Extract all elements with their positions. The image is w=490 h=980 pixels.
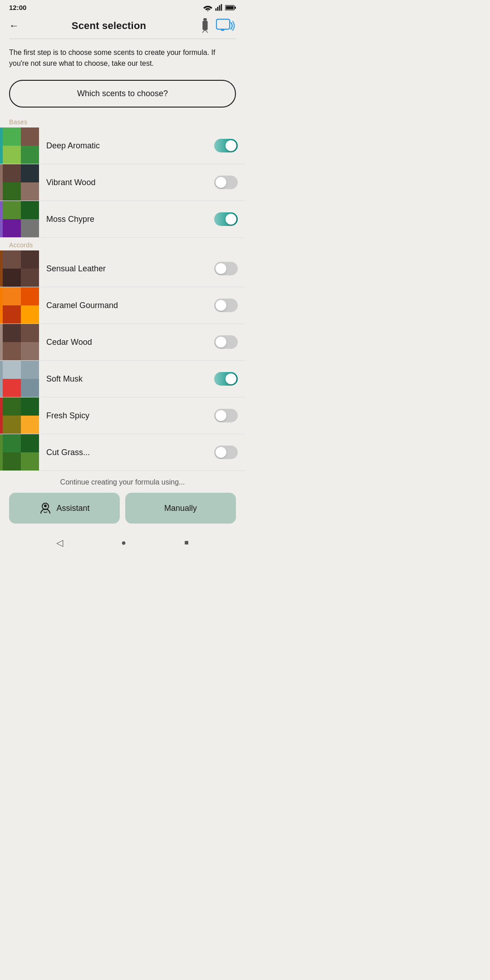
bottom-buttons: Assistant Manually (9, 493, 236, 524)
svg-rect-2 (219, 5, 220, 10)
scent-label-deep-aromatic: Deep Aromatic (39, 141, 214, 151)
wifi-icon (203, 4, 212, 11)
scent-image-fresh-spicy (3, 397, 39, 434)
status-bar: 12:00 (0, 0, 245, 13)
scent-sections: BasesDeep AromaticVibrant WoodMoss Chypr… (0, 115, 245, 471)
nav-icons (199, 18, 236, 34)
scent-label-caramel-gourmand: Caramel Gourmand (39, 301, 214, 310)
scent-item-fresh-spicy: Fresh Spicy (0, 397, 245, 434)
battery-icon (225, 5, 236, 11)
scent-label-sensual-leather: Sensual Leather (39, 264, 214, 274)
svg-rect-9 (216, 19, 230, 29)
toggle-cut-grass[interactable] (214, 446, 238, 459)
android-home-button[interactable]: ● (121, 538, 126, 548)
assistant-button[interactable]: Assistant (9, 493, 120, 524)
scent-label-moss-chypre: Moss Chypre (39, 215, 214, 224)
android-back-button[interactable]: ◁ (56, 537, 63, 548)
svg-rect-1 (217, 7, 219, 11)
cta-section: Which scents to choose? (0, 74, 245, 115)
scent-label-vibrant-wood: Vibrant Wood (39, 178, 214, 187)
top-nav: ← Scent selection (0, 13, 245, 39)
scent-label-fresh-spicy: Fresh Spicy (39, 411, 214, 421)
device-icon[interactable] (199, 18, 211, 34)
scent-label-cedar-wood: Cedar Wood (39, 338, 214, 347)
toggle-fresh-spicy[interactable] (214, 409, 238, 422)
scent-item-vibrant-wood: Vibrant Wood (0, 164, 245, 201)
scent-image-caramel-gourmand (3, 287, 39, 323)
svg-rect-0 (216, 8, 217, 10)
scent-image-cut-grass (3, 434, 39, 470)
scent-image-deep-aromatic (3, 127, 39, 164)
page-title: Scent selection (72, 20, 146, 32)
toggle-caramel-gourmand[interactable] (214, 299, 238, 312)
assistant-icon (39, 502, 52, 514)
screen-icon[interactable] (216, 18, 236, 34)
svg-rect-3 (221, 4, 222, 11)
scent-item-caramel-gourmand: Caramel Gourmand (0, 287, 245, 324)
scent-item-cedar-wood: Cedar Wood (0, 324, 245, 361)
signal-icon (215, 4, 222, 11)
scent-item-moss-chypre: Moss Chypre (0, 201, 245, 238)
android-recent-button[interactable]: ■ (184, 539, 189, 547)
scent-item-sensual-leather: Sensual Leather (0, 250, 245, 287)
scent-image-cedar-wood (3, 324, 39, 360)
toggle-cedar-wood[interactable] (214, 335, 238, 349)
svg-rect-10 (221, 29, 224, 31)
scent-image-soft-musk (3, 361, 39, 397)
svg-rect-7 (203, 18, 207, 21)
svg-rect-6 (226, 6, 234, 9)
assistant-label: Assistant (56, 504, 89, 513)
android-nav: ◁ ● ■ (0, 531, 245, 557)
toggle-vibrant-wood[interactable] (214, 176, 238, 189)
scent-image-moss-chypre (3, 201, 39, 237)
status-icons (203, 4, 236, 11)
toggle-sensual-leather[interactable] (214, 262, 238, 275)
section-header-accords: Accords (0, 238, 245, 250)
toggle-soft-musk[interactable] (214, 372, 238, 386)
toggle-moss-chypre[interactable] (214, 212, 238, 226)
manually-label: Manually (164, 504, 197, 513)
scent-label-soft-musk: Soft Musk (39, 374, 214, 384)
back-button[interactable]: ← (9, 20, 19, 32)
svg-point-12 (44, 505, 47, 507)
bottom-cta-text: Continue creating your formula using... (9, 478, 236, 486)
scent-label-cut-grass: Cut Grass... (39, 448, 214, 457)
scent-image-vibrant-wood (3, 164, 39, 201)
section-header-bases: Bases (0, 115, 245, 127)
scent-item-soft-musk: Soft Musk (0, 361, 245, 397)
scent-item-cut-grass: Cut Grass... (0, 434, 245, 471)
toggle-deep-aromatic[interactable] (214, 139, 238, 152)
which-scents-button[interactable]: Which scents to choose? (9, 80, 236, 108)
svg-rect-8 (202, 21, 207, 30)
intro-text: The first step is to choose some scents … (9, 47, 236, 69)
status-time: 12:00 (9, 4, 26, 11)
intro-section: The first step is to choose some scents … (0, 39, 245, 74)
svg-rect-5 (235, 6, 236, 9)
bottom-cta: Continue creating your formula using... … (0, 471, 245, 527)
scent-image-sensual-leather (3, 250, 39, 287)
scent-item-deep-aromatic: Deep Aromatic (0, 127, 245, 164)
manually-button[interactable]: Manually (125, 493, 236, 524)
